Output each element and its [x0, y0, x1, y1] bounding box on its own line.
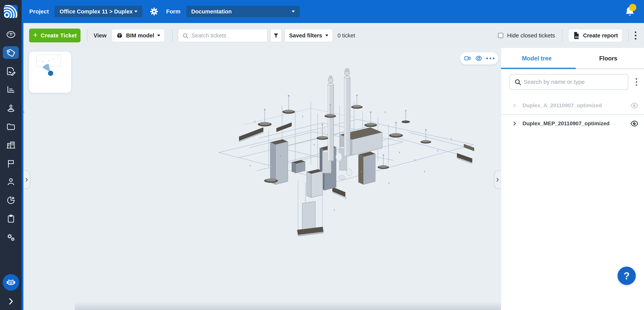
model-search: [510, 74, 628, 90]
camera-fov-cone: [42, 64, 50, 72]
topbar: Project Office Complex 11 > Duplex Form …: [22, 0, 644, 23]
sidebar-item-reports[interactable]: [6, 195, 16, 205]
visibility-eye-icon[interactable]: [630, 101, 639, 110]
cube-3d-icon: [116, 32, 123, 39]
help-button[interactable]: ?: [618, 267, 636, 285]
site-person-pin-icon: [6, 103, 16, 113]
ticket-search-input[interactable]: [178, 29, 267, 42]
visibility-eye-icon[interactable]: [630, 119, 639, 128]
sidebar-item-tickets[interactable]: [6, 48, 16, 58]
app-logo[interactable]: [4, 5, 18, 18]
eye-icon[interactable]: [475, 55, 482, 62]
sidebar-item-forms[interactable]: [6, 66, 16, 76]
view-mode-value: BIM model: [126, 33, 154, 39]
ai-assistant-button[interactable]: [3, 274, 19, 291]
sidebar-item-documents[interactable]: [6, 122, 16, 132]
model-name: Duplex_MEP_20110907_optimized: [522, 120, 610, 127]
sidebar-item-contacts[interactable]: [6, 177, 16, 187]
form-selector-value: Documentation: [191, 9, 232, 15]
tab-model-tree[interactable]: Model tree: [501, 48, 572, 69]
divider: [628, 29, 629, 42]
chevron-right-icon: [6, 296, 16, 306]
chevron-right-icon: [495, 177, 500, 183]
chevron-right-icon[interactable]: [512, 103, 518, 108]
tree-options-kebab[interactable]: [632, 76, 640, 88]
sidebar-item-analytics[interactable]: [6, 85, 16, 95]
toolbar: + Create Ticket View BIM model Saved fil…: [24, 23, 644, 48]
create-report-button[interactable]: PDF Create report: [568, 29, 622, 42]
chevron-right-icon: [24, 177, 30, 183]
camera-icon[interactable]: [464, 55, 471, 62]
create-ticket-label: Create Ticket: [41, 32, 77, 39]
sidebar-item-tasks[interactable]: [6, 214, 16, 224]
active-tab-underline: [501, 68, 576, 69]
sidebar-item-site-map[interactable]: [6, 103, 16, 113]
dashboard-gauge-icon: [6, 30, 16, 40]
question-mark-icon: ?: [624, 270, 630, 282]
filter-button[interactable]: [270, 29, 282, 42]
plus-icon: +: [33, 31, 38, 39]
logo-block: [0, 0, 22, 23]
ticket-count: 0 ticket: [338, 33, 355, 39]
tree-row[interactable]: Duplex_A_20110907_optimized: [501, 97, 644, 114]
settings-gear-icon[interactable]: [150, 7, 158, 16]
documents-folder-icon: [6, 122, 16, 132]
chevron-down-icon: [134, 11, 138, 13]
sidebar: [0, 23, 22, 310]
project-selector-value: Office Complex 11 > Duplex: [60, 9, 133, 15]
panel-tabs: Model tree Floors: [501, 48, 644, 69]
right-panel-collapse-handle[interactable]: [494, 170, 501, 189]
tasks-clipboard-icon: [6, 214, 16, 224]
hide-closed-checkbox[interactable]: [498, 33, 503, 38]
divider: [172, 29, 172, 42]
sidebar-item-flags[interactable]: [6, 158, 16, 168]
bim-viewer: [24, 48, 501, 310]
sidebar-item-dashboard[interactable]: [6, 30, 16, 40]
tab-divider-line: [576, 69, 644, 69]
form-label: Form: [166, 8, 180, 15]
view-label: View: [94, 32, 106, 39]
project-selector[interactable]: Office Complex 11 > Duplex: [55, 6, 142, 17]
sidebar-item-settings[interactable]: [6, 232, 16, 242]
hide-closed-label: Hide closed tickets: [507, 32, 555, 39]
ai-robot-icon: [6, 277, 16, 288]
form-selector[interactable]: Documentation: [186, 6, 300, 17]
create-ticket-button[interactable]: + Create Ticket: [29, 29, 80, 42]
model-search-input[interactable]: [510, 74, 628, 89]
forms-signature-icon: [6, 66, 16, 76]
settings-gears-icon: [6, 232, 16, 242]
more-options-kebab[interactable]: [631, 30, 640, 42]
minimap-thumbnail[interactable]: [29, 52, 71, 93]
filter-funnel-icon: [273, 32, 279, 39]
tree-row[interactable]: Duplex_MEP_20110907_optimized: [501, 115, 644, 132]
notification-bell-icon[interactable]: [624, 5, 636, 18]
model-tree: Duplex_A_20110907_optimized Duplex_MEP_2…: [501, 97, 644, 132]
create-report-label: Create report: [583, 33, 618, 39]
project-label: Project: [29, 8, 49, 15]
divider: [562, 29, 562, 42]
contacts-person-icon: [6, 177, 16, 187]
accent-strip: [22, 23, 24, 310]
sidebar-item-projects[interactable]: [6, 140, 16, 150]
flag-icon: [6, 158, 16, 168]
svg-text:PDF: PDF: [575, 36, 579, 38]
projects-buildings-icon: [6, 140, 16, 150]
divider: [88, 29, 88, 42]
notification-badge: [629, 4, 636, 11]
chevron-right-icon[interactable]: [512, 121, 518, 126]
camera-position-dot: [48, 71, 53, 76]
saved-filters-dropdown[interactable]: Saved filters: [284, 29, 333, 42]
ticket-search: [178, 29, 268, 42]
saved-filters-label: Saved filters: [289, 33, 322, 39]
bim-model-canvas[interactable]: [24, 48, 501, 310]
view-mode-dropdown[interactable]: BIM model: [112, 29, 165, 42]
sidebar-expand-button[interactable]: [6, 296, 16, 306]
reports-pie-icon: [6, 195, 16, 205]
analytics-chart-icon: [6, 85, 16, 95]
chevron-down-icon: [157, 35, 160, 37]
more-ellipsis-icon[interactable]: [486, 58, 494, 59]
left-panel-expand-handle[interactable]: [24, 170, 30, 189]
pdf-file-icon: PDF: [573, 32, 580, 40]
chevron-down-icon: [292, 11, 295, 13]
tab-floors[interactable]: Floors: [572, 48, 644, 69]
